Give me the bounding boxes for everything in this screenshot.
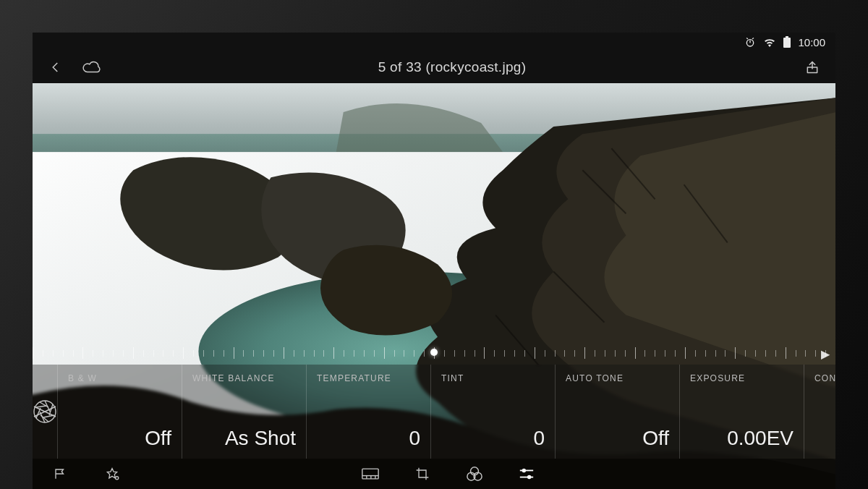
adjust-label: CONTRAST [814,373,835,383]
adjust-bw[interactable]: B & W Off [58,365,182,459]
page-title: 5 of 33 (rockycoast.jpg) [102,59,802,75]
slider-handle[interactable] [430,349,438,356]
svg-point-18 [528,476,531,479]
wifi-icon [763,37,776,47]
adjust-value: 0.00EV [690,428,793,448]
adjust-value: 0 [441,428,545,448]
flag-button[interactable] [50,464,70,484]
adjust-label: AUTO TONE [566,373,669,383]
image-viewport[interactable]: ▶ B & W Off WHITE BALANCE [33,83,835,489]
filmstrip-button[interactable] [360,464,380,484]
adjust-slider[interactable]: ▶ [33,341,835,365]
adjust-label: TEMPERATURE [317,373,420,383]
aperture-button[interactable] [33,365,58,459]
star-button[interactable] [102,464,122,484]
status-bar: 10:00 [33,33,835,51]
svg-point-16 [523,469,526,472]
adjust-panel: B & W Off WHITE BALANCE As Shot TEMPERAT… [33,365,835,459]
status-time: 10:00 [798,36,825,48]
adjust-label: WHITE BALANCE [192,373,296,383]
adjust-label: EXPOSURE [690,373,793,383]
adjust-label: B & W [68,373,171,383]
adjust-button[interactable] [516,464,537,484]
app-screen: 10:00 5 of 33 (rockycoast.jpg) [33,33,835,489]
adjust-auto-tone[interactable]: AUTO TONE Off [556,365,680,459]
adjust-label: TINT [441,373,545,383]
adjust-value: Off [68,428,171,448]
title-bar: 5 of 33 (rockycoast.jpg) [33,51,835,83]
adjust-exposure[interactable]: EXPOSURE 0.00EV [680,365,804,459]
adjust-value: 0 [317,428,420,448]
share-button[interactable] [802,57,822,77]
adjust-contrast[interactable]: CONTRAST [804,365,835,459]
cloud-icon[interactable] [82,57,102,77]
crop-button[interactable] [412,464,433,484]
svg-point-6 [116,477,119,480]
device-frame: 10:00 5 of 33 (rockycoast.jpg) [0,0,868,489]
adjust-temperature[interactable]: TEMPERATURE 0 [307,365,431,459]
bottom-toolbar [33,459,835,489]
adjust-value: Off [566,428,669,448]
aperture-icon [33,399,57,424]
adjust-value: As Shot [192,428,296,448]
battery-icon [783,36,791,48]
adjust-tint[interactable]: TINT 0 [431,365,556,459]
alarm-icon [744,36,756,48]
back-button[interactable] [46,57,66,77]
presets-button[interactable] [464,464,485,484]
slider-next-icon[interactable]: ▶ [821,347,830,361]
svg-rect-7 [362,469,378,479]
adjust-white-balance[interactable]: WHITE BALANCE As Shot [182,365,307,459]
